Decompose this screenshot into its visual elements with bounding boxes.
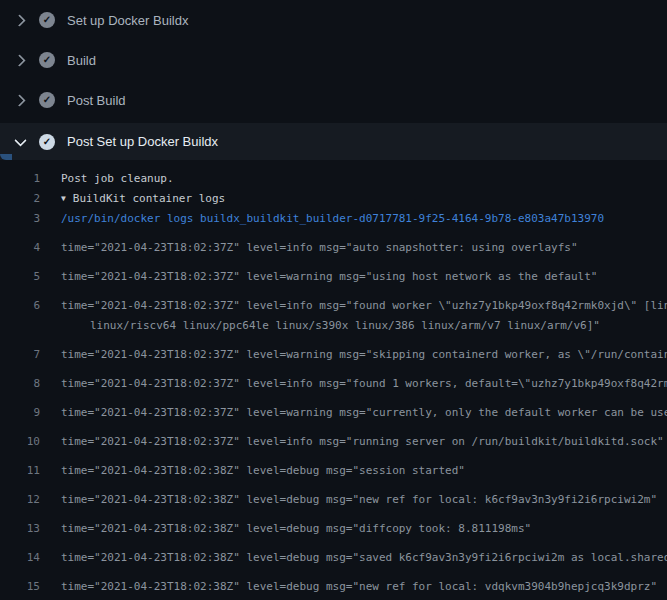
log-text: time="2021-04-23T18:02:38Z" level=debug … [61,548,667,568]
log-line: 7time="2021-04-23T18:02:37Z" level=warni… [0,345,667,365]
line-number[interactable]: 15 [0,577,40,597]
chevron-right-icon [12,12,28,28]
line-number[interactable]: 9 [0,403,40,423]
log-text: time="2021-04-23T18:02:37Z" level=warnin… [61,403,667,423]
step-row-build[interactable]: ✓Build [0,40,667,80]
log-line: 11time="2021-04-23T18:02:38Z" level=debu… [0,461,667,481]
log-text: time="2021-04-23T18:02:37Z" level=info m… [61,374,667,394]
line-number[interactable]: 11 [0,461,40,481]
line-number [0,316,40,336]
line-number[interactable]: 4 [0,238,40,258]
line-number[interactable]: 2 [0,189,40,209]
check-circle-icon: ✓ [39,134,55,150]
step-label: Build [67,53,96,68]
log-text: time="2021-04-23T18:02:37Z" level=info m… [61,432,664,452]
chevron-right-icon [12,52,28,68]
log-text: time="2021-04-23T18:02:38Z" level=debug … [61,490,657,510]
log-line: 2▼BuildKit container logs [0,189,667,209]
line-number[interactable]: 3 [0,209,40,229]
check-circle-icon: ✓ [39,52,55,68]
log-line: 1Post job cleanup. [0,169,667,189]
log-text: time="2021-04-23T18:02:37Z" level=warnin… [61,267,597,287]
log-line: 6time="2021-04-23T18:02:37Z" level=info … [0,296,667,316]
step-list: ✓Set up Docker Buildx✓Build✓Post Build✓P… [0,0,667,160]
check-circle-icon: ✓ [39,12,55,28]
line-number[interactable]: 6 [0,296,40,316]
log-text: time="2021-04-23T18:02:37Z" level=warnin… [61,345,667,365]
step-label: Set up Docker Buildx [67,13,188,28]
step-label: Post Build [67,93,126,108]
log-text: Post job cleanup. [61,169,174,189]
group-label: BuildKit container logs [73,192,225,205]
log-text: time="2021-04-23T18:02:38Z" level=debug … [61,461,465,481]
check-circle-icon: ✓ [39,92,55,108]
log-line: 9time="2021-04-23T18:02:37Z" level=warni… [0,403,667,423]
log-viewer: 1Post job cleanup.2▼BuildKit container l… [0,169,667,600]
collapse-triangle-icon: ▼ [61,189,66,209]
line-number[interactable]: 12 [0,490,40,510]
log-line: 13time="2021-04-23T18:02:38Z" level=debu… [0,519,667,539]
line-number[interactable]: 8 [0,374,40,394]
log-text: time="2021-04-23T18:02:37Z" level=info m… [61,238,578,258]
line-number[interactable]: 7 [0,345,40,365]
line-number[interactable]: 13 [0,519,40,539]
log-text[interactable]: ▼BuildKit container logs [61,189,225,209]
log-line-continuation: linux/riscv64 linux/ppc64le linux/s390x … [0,316,667,336]
line-number[interactable]: 10 [0,432,40,452]
line-number[interactable]: 1 [0,169,40,189]
chevron-right-icon [12,92,28,108]
line-number[interactable]: 5 [0,267,40,287]
step-row-post-build[interactable]: ✓Post Build [0,80,667,120]
chevron-down-icon [12,134,28,150]
step-label: Post Set up Docker Buildx [67,134,218,149]
log-line: 10time="2021-04-23T18:02:37Z" level=info… [0,432,667,452]
log-line: 14time="2021-04-23T18:02:38Z" level=debu… [0,548,667,568]
log-line: 5time="2021-04-23T18:02:37Z" level=warni… [0,267,667,287]
log-line: 4time="2021-04-23T18:02:37Z" level=info … [0,238,667,258]
log-text: time="2021-04-23T18:02:38Z" level=debug … [61,577,657,597]
line-number[interactable]: 14 [0,548,40,568]
log-line: 3/usr/bin/docker logs buildx_buildkit_bu… [0,209,667,229]
log-text: time="2021-04-23T18:02:37Z" level=info m… [61,296,667,316]
log-line: 8time="2021-04-23T18:02:37Z" level=info … [0,374,667,394]
log-text: linux/riscv64 linux/ppc64le linux/s390x … [90,316,600,336]
step-row-post-set-up-docker-buildx[interactable]: ✓Post Set up Docker Buildx [0,123,667,160]
command-text: /usr/bin/docker logs buildx_buildkit_bui… [61,209,604,229]
log-text: time="2021-04-23T18:02:38Z" level=debug … [61,519,531,539]
log-line: 12time="2021-04-23T18:02:38Z" level=debu… [0,490,667,510]
log-line: 15time="2021-04-23T18:02:38Z" level=debu… [0,577,667,597]
step-row-set-up-docker-buildx[interactable]: ✓Set up Docker Buildx [0,0,667,40]
active-step-accent [0,154,12,160]
